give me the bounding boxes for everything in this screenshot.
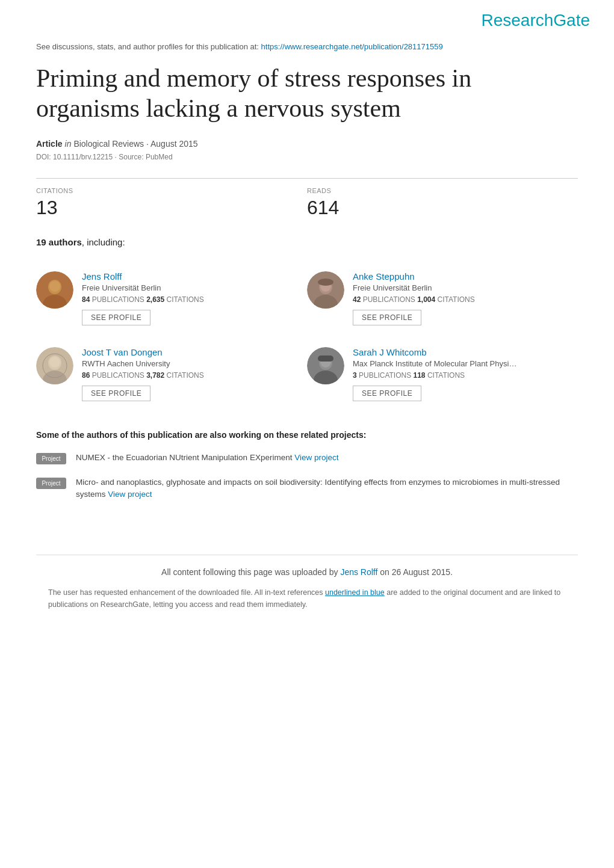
- researchgate-logo: ResearchGate: [481, 11, 590, 29]
- see-profile-joost[interactable]: SEE PROFILE: [82, 386, 150, 401]
- author-stats-jens: 84 PUBLICATIONS 2,635 CITATIONS: [82, 295, 295, 304]
- svg-point-12: [49, 357, 60, 368]
- project-link-2[interactable]: View project: [108, 490, 152, 499]
- project-badge-1: Project: [36, 453, 66, 464]
- author-name-joost[interactable]: Joost T van Dongen: [82, 347, 295, 357]
- publication-link-bar: See discussions, stats, and author profi…: [36, 42, 578, 51]
- author-name-sarah[interactable]: Sarah J Whitcomb: [353, 347, 566, 357]
- author-affiliation-joost: RWTH Aachen University: [82, 359, 295, 368]
- main-content: See discussions, stats, and author profi…: [0, 36, 614, 635]
- article-title: Priming and memory of stress responses i…: [36, 63, 578, 124]
- citations-label: CITATIONS: [36, 187, 307, 194]
- avatar-joost: [36, 347, 73, 384]
- reads-label: READS: [307, 187, 578, 194]
- author-info-anke: Anke Steppuhn Freie Universität Berlin 4…: [353, 271, 566, 325]
- notice-text: The user has requested enhancement of th…: [48, 588, 323, 597]
- avatar-sarah: [307, 347, 344, 384]
- reads-block: READS 614: [307, 187, 578, 219]
- upload-text: All content following this page was uplo…: [161, 567, 338, 577]
- author-info-jens: Jens Rolff Freie Universität Berlin 84 P…: [82, 271, 295, 325]
- project-item-1: Project NUMEX - the Ecuadorian NUtrient …: [36, 452, 578, 464]
- author-name-anke[interactable]: Anke Steppuhn: [353, 271, 566, 282]
- upload-date: on 26 August 2015.: [380, 567, 453, 577]
- svg-rect-18: [318, 356, 333, 362]
- avatar-jens: [36, 271, 73, 309]
- reads-value: 614: [307, 197, 578, 219]
- user-notice: The user has requested enhancement of th…: [48, 586, 566, 611]
- author-affiliation-sarah: Max Planck Institute of Molecular Plant …: [353, 359, 566, 368]
- author-pubs-anke: 42: [353, 295, 361, 304]
- footer-divider: [36, 555, 578, 555]
- see-profile-anke[interactable]: SEE PROFILE: [353, 310, 421, 325]
- author-cites-anke: 1,004: [417, 295, 435, 304]
- author-affiliation-anke: Freie Universität Berlin: [353, 283, 566, 292]
- author-pubs-sarah: 3: [353, 371, 357, 380]
- author-stats-joost: 86 PUBLICATIONS 3,782 CITATIONS: [82, 371, 295, 380]
- project-text-2: Micro- and nanoplastics, glyphosate and …: [76, 476, 578, 501]
- citations-value: 13: [36, 197, 307, 219]
- author-stats-sarah: 3 PUBLICATIONS 118 CITATIONS: [353, 371, 566, 380]
- author-card-joost: Joost T van Dongen RWTH Aachen Universit…: [36, 336, 307, 412]
- author-pubs-jens: 84: [82, 295, 90, 304]
- see-profile-jens[interactable]: SEE PROFILE: [82, 310, 150, 325]
- project-link-1[interactable]: View project: [294, 453, 338, 462]
- page-header: ResearchGate: [0, 0, 614, 36]
- project-text-1: NUMEX - the Ecuadorian NUtrient Manipula…: [76, 452, 338, 464]
- author-cites-joost: 3,782: [146, 371, 164, 380]
- article-journal: Biological Reviews · August 2015: [73, 139, 197, 149]
- author-cites-jens: 2,635: [146, 295, 164, 304]
- svg-point-8: [318, 279, 333, 286]
- citations-block: CITATIONS 13: [36, 187, 307, 219]
- notice-link: underlined in blue: [325, 588, 385, 597]
- author-card-anke: Anke Steppuhn Freie Universität Berlin 4…: [307, 260, 578, 336]
- project-badge-2: Project: [36, 478, 66, 489]
- project-item-2: Project Micro- and nanoplastics, glyphos…: [36, 476, 578, 501]
- author-card-jens: Jens Rolff Freie Universität Berlin 84 P…: [36, 260, 307, 336]
- see-discussions-text: See discussions, stats, and author profi…: [36, 42, 259, 51]
- author-stats-anke: 42 PUBLICATIONS 1,004 CITATIONS: [353, 295, 566, 304]
- author-info-joost: Joost T van Dongen RWTH Aachen Universit…: [82, 347, 295, 401]
- author-cites-sarah: 118: [414, 371, 426, 380]
- authors-heading-suffix: , including:: [82, 237, 125, 247]
- publication-url[interactable]: https://www.researchgate.net/publication…: [261, 42, 443, 51]
- article-type: Article: [36, 139, 63, 149]
- author-info-sarah: Sarah J Whitcomb Max Planck Institute of…: [353, 347, 566, 401]
- avatar-anke: [307, 271, 344, 309]
- authors-heading: 19 authors, including:: [36, 237, 578, 247]
- projects-heading: Some of the authors of this publication …: [36, 430, 578, 440]
- article-in-word: in: [65, 139, 74, 149]
- author-card-sarah: Sarah J Whitcomb Max Planck Institute of…: [307, 336, 578, 412]
- author-name-jens[interactable]: Jens Rolff: [82, 271, 295, 282]
- project-description-1: NUMEX - the Ecuadorian NUtrient Manipula…: [76, 453, 292, 462]
- author-affiliation-jens: Freie Universität Berlin: [82, 283, 295, 292]
- authors-count: 19 authors: [36, 237, 82, 247]
- article-doi: DOI: 10.1111/brv.12215 · Source: PubMed: [36, 153, 578, 161]
- stats-row: CITATIONS 13 READS 614: [36, 178, 578, 219]
- article-meta: Article in Biological Reviews · August 2…: [36, 138, 578, 149]
- author-pubs-joost: 86: [82, 371, 90, 380]
- see-profile-sarah[interactable]: SEE PROFILE: [353, 386, 421, 401]
- upload-notice: All content following this page was uplo…: [36, 567, 578, 577]
- uploader-link[interactable]: Jens Rolff: [340, 567, 377, 577]
- svg-point-3: [49, 281, 60, 292]
- footer-section: All content following this page was uplo…: [36, 537, 578, 611]
- authors-grid: Jens Rolff Freie Universität Berlin 84 P…: [36, 260, 578, 412]
